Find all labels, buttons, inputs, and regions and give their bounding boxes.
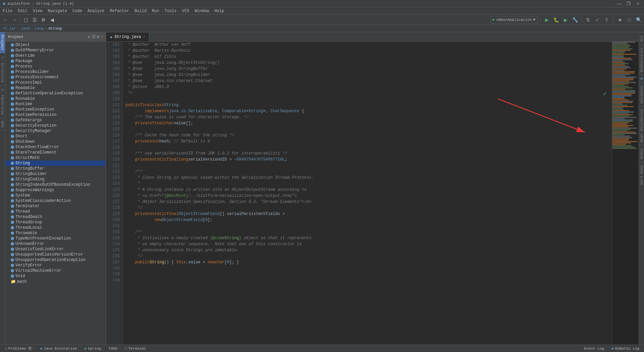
bottom-tab-todo[interactable]: TODO	[105, 346, 120, 351]
tree-item-virtualmachineerror[interactable]: VirtualMachineError	[5, 268, 106, 273]
compact-view-button[interactable]: ☰	[31, 16, 39, 24]
tree-item-outofmemoryerror[interactable]: OutOfMemoryError	[5, 48, 106, 53]
tree-item-runtimepermission[interactable]: RuntimePermission	[5, 112, 106, 118]
menu-item-view[interactable]: View	[30, 7, 45, 14]
tree-item-package[interactable]: Package	[5, 58, 106, 64]
sidebar-item-favorites[interactable]: 2: Favorites	[0, 86, 5, 118]
right-tab-wordbook[interactable]: Word Book	[639, 162, 644, 187]
right-tab-ant[interactable]: Ant	[639, 32, 644, 45]
vcs-update-button[interactable]: ⇅	[584, 16, 592, 24]
breadcrumb-rt[interactable]: rt.jar	[3, 27, 16, 31]
code-content[interactable]: * @author Arthur van Hoff * @author Mart…	[123, 42, 612, 345]
back-button[interactable]: ←	[1, 16, 9, 24]
tree-item-stringcoding[interactable]: StringCoding	[5, 177, 106, 182]
tree-item-stringindexoutofboundsexception[interactable]: StringIndexOutOfBoundsException	[5, 182, 106, 187]
tree-item-system[interactable]: System	[5, 193, 106, 198]
tree-item-safevarargs[interactable]: SafeVarargs	[5, 118, 106, 123]
tree-item-process[interactable]: Process	[5, 64, 106, 69]
close-button[interactable]: ×	[635, 0, 641, 7]
tree-item-unknownerror[interactable]: UnknownError	[5, 241, 106, 247]
hide-panel-button[interactable]: ◀	[48, 16, 56, 24]
run-coverage-button[interactable]: ▶	[561, 16, 570, 24]
breadcrumb-lang[interactable]: lang	[35, 27, 43, 31]
tree-item-object[interactable]: Object	[5, 42, 106, 48]
tab-close-button[interactable]: ×	[143, 35, 145, 39]
tree-item-stringbuffer[interactable]: StringBuffer	[5, 166, 106, 171]
tree-item-typenotpresentexception[interactable]: TypeNotPresentException	[5, 236, 106, 241]
push-button[interactable]: ⇧	[603, 16, 611, 24]
menu-item-refactor[interactable]: Refactor	[107, 7, 132, 14]
tree-item-unsupportedoperationexception[interactable]: UnsupportedOperationException	[5, 257, 106, 263]
tree-item-readable[interactable]: Readable	[5, 85, 106, 91]
bottom-tab-event-log[interactable]: Event Log	[581, 346, 607, 351]
tree-item-strictmath[interactable]: StrictMath	[5, 155, 106, 161]
tree-item-reflectiveoperationexception[interactable]: ReflectiveOperationException	[5, 91, 106, 96]
tree-item-shutdown[interactable]: Shutdown	[5, 139, 106, 144]
settings-button[interactable]: ⚙	[39, 16, 47, 24]
project-sync-icon[interactable]: ↻	[88, 34, 90, 39]
tree-item-terminator[interactable]: Terminator	[5, 204, 106, 209]
tree-item-suppresswarnings[interactable]: SuppressWarnings	[5, 187, 106, 193]
menu-item-help[interactable]: Help	[212, 7, 227, 14]
tree-item-stackoverflowerror[interactable]: StackOverflowError	[5, 144, 106, 150]
menu-item-run[interactable]: Run	[149, 7, 162, 14]
tree-item-threadlocal[interactable]: ThreadLocal	[5, 225, 106, 230]
tree-item-threaddeath[interactable]: ThreadDeath	[5, 214, 106, 220]
tree-item-short[interactable]: Short	[5, 134, 106, 139]
debug-button[interactable]: 🐛	[552, 16, 560, 24]
right-tab-m[interactable]: m	[639, 75, 644, 83]
minimap[interactable]	[612, 42, 639, 345]
bottom-tab-terminal[interactable]: □ Terminal	[121, 346, 149, 351]
tree-item-throwable[interactable]: Throwable	[5, 230, 106, 236]
tree-item-override[interactable]: Override	[5, 53, 106, 58]
right-tab-redservices[interactable]: RedServices	[639, 45, 644, 75]
tree-item-processenvironment[interactable]: ProcessEnvironment	[5, 75, 106, 80]
tree-item-stacktraceelement[interactable]: StackTraceElement	[5, 150, 106, 155]
tree-item-securitymanager[interactable]: SecurityManager	[5, 128, 106, 134]
tree-item-unsatisfiedlinkerror[interactable]: UnsatisfiedLinkError	[5, 247, 106, 252]
tree-item-verifyerror[interactable]: VerifyError	[5, 263, 106, 268]
tree-item-math[interactable]: 📁math	[5, 279, 106, 284]
run-config-dropdown[interactable]: ▶ AdminApplication ▼	[490, 16, 538, 24]
tree-item-processimpl[interactable]: ProcessImpl	[5, 80, 106, 85]
sidebar-item-project[interactable]: Project	[0, 32, 5, 53]
tab-string-java[interactable]: ◆ String.java ×	[106, 33, 149, 41]
bottom-tab-mybatis[interactable]: ◆ MyBatis Log	[608, 346, 643, 351]
terminal-button[interactable]: □	[625, 16, 633, 24]
menu-item-window[interactable]: Window	[192, 7, 212, 14]
menu-item-vcs[interactable]: VCS	[179, 7, 192, 14]
right-tab-beanvalidation[interactable]: Bean Validation	[639, 106, 644, 145]
breadcrumb-string[interactable]: String	[48, 27, 62, 31]
right-tab-database[interactable]: Database	[639, 83, 644, 106]
code-editor[interactable]: 1011021031041051061071081091101111121131…	[106, 42, 639, 345]
project-compact-icon[interactable]: ☰	[92, 34, 96, 39]
sidebar-item-structure[interactable]: 1: Structure	[0, 53, 5, 86]
forward-button[interactable]: →	[10, 16, 18, 24]
bottom-tab-problems[interactable]: ⚠ Problems 6	[1, 346, 36, 351]
right-tab-godoc[interactable]: Godoc	[639, 145, 644, 162]
tree-item-runtimeexception[interactable]: RuntimeException	[5, 107, 106, 112]
menu-item-navigate[interactable]: Navigate	[45, 7, 70, 14]
project-view-button[interactable]: ▢	[22, 16, 30, 24]
tree-item-securityexception[interactable]: SecurityException	[5, 123, 106, 128]
menu-item-build[interactable]: Build	[132, 7, 149, 14]
tree-item-stringbuilder[interactable]: StringBuilder	[5, 171, 106, 177]
menu-item-code[interactable]: Code	[70, 7, 85, 14]
project-settings-icon[interactable]: ⚙	[97, 34, 99, 39]
menu-item-tools[interactable]: Tools	[162, 7, 179, 14]
bottom-tab-spring[interactable]: ◆ Spring	[81, 346, 104, 351]
tree-item-runtime[interactable]: Runtime	[5, 101, 106, 107]
run-button[interactable]: ▶	[543, 16, 551, 24]
bookmark-button[interactable]: ★	[616, 16, 624, 24]
sidebar-item-web[interactable]: Web	[0, 118, 5, 131]
tree-item-void[interactable]: Void	[5, 273, 106, 279]
breadcrumb-java[interactable]: java	[21, 27, 30, 31]
bottom-tab-java-enterprise[interactable]: ◆ Java Enterprise	[37, 346, 80, 351]
tree-item-systemclassloaderaction[interactable]: SystemClassLoaderAction	[5, 198, 106, 204]
maximize-button[interactable]: ❐	[625, 0, 632, 7]
commit-button[interactable]: ✓	[593, 16, 601, 24]
tree-item-runnable[interactable]: Runnable	[5, 96, 106, 101]
menu-item-file[interactable]: File	[0, 7, 15, 14]
search-everywhere-button[interactable]: 🔍	[635, 16, 643, 24]
menu-item-analyze[interactable]: Analyze	[85, 7, 107, 14]
